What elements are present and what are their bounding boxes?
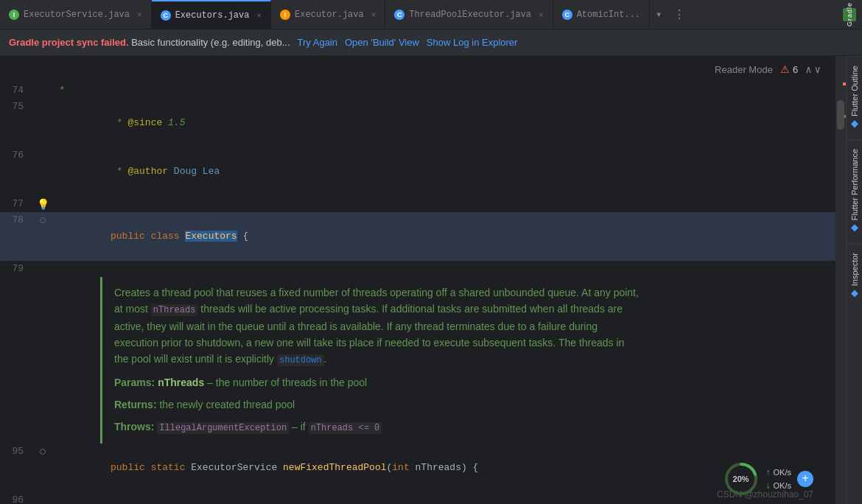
flutter-performance-tab[interactable]: ◆ Flutter Performance [847,139,862,243]
code-line-96: 96 return new ThreadPoolExecutor(nThread… [0,492,835,504]
code-line-75: 75 * @since 1.5 [0,99,835,147]
doc-params: Params: nThreads – the number of threads… [114,374,641,391]
gutter-96 [35,492,50,504]
io-row-up: ↑ OK/s [766,467,791,477]
tab-label-threadpoolexecutor: ThreadPoolExecutor.java [409,10,531,20]
line-content-78: public class Executors { [50,212,835,261]
code-line-76: 76 * @author Doug Lea [0,147,835,196]
notification-text: Gradle project sync failed. Basic functi… [9,37,290,48]
tab-executors[interactable]: C Executors.java ✕ [152,0,271,29]
tab-close-executorservice[interactable]: ✕ [137,10,142,19]
gutter-75 [35,99,50,115]
code-line-79: 79 [0,261,835,277]
notification-detail: Basic functionality (e.g. editing, deb..… [131,37,290,48]
inspector-label: Inspector [850,253,859,286]
error-icon: ⚠ [780,63,790,75]
line-num-77: 77 [0,196,35,212]
tab-label-executor: Executor.java [295,10,364,20]
error-count-value: 6 [793,64,798,75]
nav-down-button[interactable]: ∨ [815,63,821,76]
breakpoint-78[interactable] [40,217,46,223]
reader-mode-label: Reader Mode [715,64,773,75]
tab-right-actions: Gradle [838,8,862,21]
line-num-78: 78 [0,212,35,228]
tab-executorservice[interactable]: I ExecutorService.java ✕ [0,0,152,29]
code-area: Reader Mode ⚠ 6 ∧ ∨ 74 * 75 [0,56,835,504]
doc-block-container: Creates a thread pool that reuses a fixe… [0,277,835,444]
up-arrow-icon: ↑ [766,467,771,477]
scrollbar-mark-red [843,83,846,85]
gutter-77: 💡 [35,196,50,212]
tab-executor[interactable]: I Executor.java ✕ [271,0,385,29]
io-stats: ↑ OK/s ↓ OK/s [766,467,791,491]
lightbulb-icon[interactable]: 💡 [37,198,49,211]
line-num-95: 95 [0,444,35,460]
line-content-76: * @author Doug Lea [50,147,835,196]
doc-inline-code-nthreads: nThreads [151,304,198,316]
tab-atomicint[interactable]: C AtomicInt... [553,0,650,29]
tab-bar: I ExecutorService.java ✕ C Executors.jav… [0,0,862,29]
line-content-75: * @since 1.5 [50,99,835,147]
code-line-74: 74 * [0,83,835,99]
line-num-79: 79 [0,261,35,277]
show-log-link[interactable]: Show Log in Explorer [427,37,518,48]
gutter-76 [35,147,50,164]
tab-icon-threadpoolexecutor: C [394,10,404,20]
tab-close-threadpoolexecutor[interactable]: ✕ [539,10,544,19]
nav-up-button[interactable]: ∧ [805,63,811,76]
reader-mode-bar: Reader Mode ⚠ 6 ∧ ∨ [0,56,835,83]
gutter-74 [35,83,50,99]
line-num-75: 75 [0,99,35,115]
io-row-down: ↓ OK/s [766,480,791,491]
tab-close-executor[interactable]: ✕ [371,10,376,19]
bottom-right-widget: 20% ↑ OK/s ↓ OK/s + [722,460,813,498]
io-down-value: OK/s [774,481,791,490]
line-num-74: 74 [0,83,35,99]
error-count: ⚠ 6 [780,63,798,75]
io-up-value: OK/s [774,468,791,477]
gutter-79 [35,261,50,277]
line-num-96: 96 [0,492,35,504]
plus-button[interactable]: + [797,471,813,487]
scrollbar-track[interactable] [835,56,846,504]
nav-arrows: ∧ ∨ [805,63,821,76]
doc-main-text: Creates a thread pool that reuses a fixe… [114,284,641,368]
tab-close-executors[interactable]: ✕ [256,10,262,20]
notification-error-text: Gradle project sync failed. [9,37,129,48]
scrollbar-thumb[interactable] [837,100,844,130]
tab-label-executors: Executors.java [175,10,250,21]
tab-more-button[interactable]: ⋮ [667,7,691,22]
code-line-77: 77 💡 [0,196,835,212]
progress-percent-label: 20% [733,475,749,483]
flutter-performance-label: Flutter Performance [850,149,859,220]
doc-throws: Throws: IllegalArgumentException – if nT… [114,419,641,435]
breakpoint-95[interactable] [40,449,46,455]
line-content-74: * [50,83,835,99]
line-content-95: public static ExecutorService newFixedTh… [50,444,835,492]
open-build-link[interactable]: Open 'Build' View [345,37,419,48]
tab-label-executorservice: ExecutorService.java [24,10,130,20]
down-arrow-icon: ↓ [766,480,771,491]
doc-inline-code-shutdown: shutdown [277,354,324,366]
tab-label-atomicint: AtomicInt... [577,10,640,20]
tab-threadpoolexecutor[interactable]: C ThreadPoolExecutor.java ✕ [385,0,553,29]
flutter-outline-icon: ◆ [849,119,860,130]
right-panels: ◆ Flutter Outline ◆ Flutter Performance … [846,56,862,504]
gradle-tab[interactable]: Gradle [843,8,856,21]
tab-icon-atomicint: C [562,10,572,20]
code-lines: 74 * 75 * @since 1.5 76 * @author Doug L… [0,56,835,504]
code-line-78: 78 public class Executors { [0,212,835,261]
code-line-95: 95 public static ExecutorService newFixe… [0,444,835,492]
tab-overflow-button[interactable]: ▾ [650,8,667,21]
editor-container: Reader Mode ⚠ 6 ∧ ∨ 74 * 75 [0,56,862,504]
doc-throws-exception: IllegalArgumentException [157,422,289,434]
flutter-outline-tab[interactable]: ◆ Flutter Outline [847,56,862,139]
gutter-78 [35,212,50,228]
progress-circle: 20% [722,460,760,498]
inspector-tab[interactable]: ◆ Inspector [847,243,862,309]
doc-returns: Returns: the newly created thread pool [114,396,641,413]
tab-icon-executors: C [161,10,171,21]
try-again-link[interactable]: Try Again [298,37,337,48]
tab-icon-executor: I [280,10,290,20]
flutter-performance-icon: ◆ [849,223,860,234]
